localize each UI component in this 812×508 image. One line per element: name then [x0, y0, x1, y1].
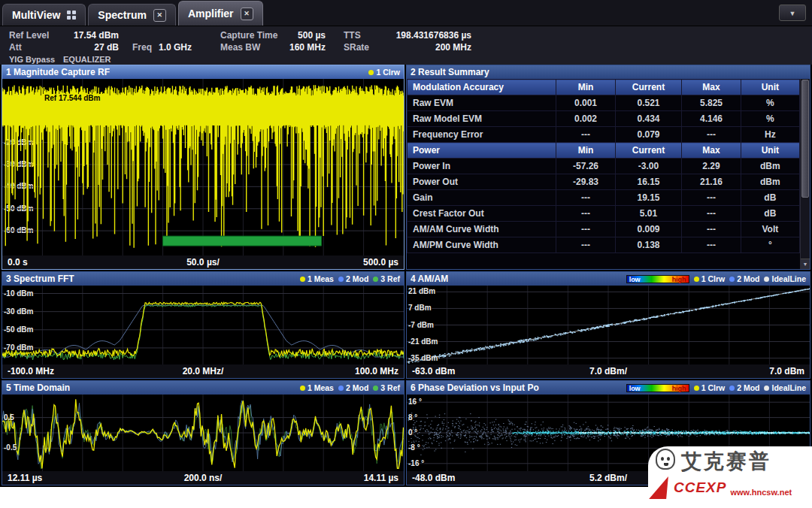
- spectrum-plot[interactable]: -10 dBm-30 dBm-50 dBm-70 dBm: [2, 286, 404, 364]
- table-cell: 5.01: [615, 206, 682, 222]
- legend-item[interactable]: 1 Clrw: [694, 274, 726, 283]
- window-title-bar[interactable]: 6 Phase Deviation vs Input Po lowhigh1 C…: [407, 381, 810, 395]
- windows-grid: 1 Magnitude Capture RF 1 Clrw Ref 17.544…: [0, 65, 812, 487]
- y-axis-label: 21 dBm: [408, 287, 435, 295]
- level-gradient-legend: lowhigh: [626, 275, 689, 283]
- table-cell: 0.079: [615, 127, 682, 143]
- ccexp-logo-icon: [649, 476, 674, 499]
- close-tab-icon[interactable]: ✕: [153, 9, 166, 22]
- time-domain-plot[interactable]: 0.5-0.5: [2, 395, 404, 471]
- legend-item[interactable]: IdealLine: [764, 383, 806, 392]
- y-axis-label: -21 dBm: [408, 337, 438, 346]
- legend-item[interactable]: IdealLine: [764, 274, 806, 283]
- y-axis-label: 8 °: [408, 413, 417, 422]
- legend-item[interactable]: 1 Clrw: [368, 68, 400, 77]
- meas-bw-value[interactable]: 160 MHz: [282, 42, 326, 53]
- legend-item[interactable]: 3 Ref: [373, 383, 400, 392]
- table-cell: %: [741, 95, 799, 111]
- window-title-bar[interactable]: 1 Magnitude Capture RF 1 Clrw: [2, 65, 404, 79]
- tab-amplifier[interactable]: Amplifier ✕: [178, 1, 263, 26]
- tab-multiview-label: MultiView: [12, 9, 60, 21]
- table-header-cell: Max: [682, 80, 741, 95]
- table-row[interactable]: Power Out-29.8316.1521.16dBm: [408, 174, 800, 190]
- settings-bar: Ref Level 17.54 dBm Att 27 dB Freq 1.0 G…: [0, 26, 812, 65]
- x-axis-bar: 12.11 µs 200.0 ns/ 14.11 µs: [2, 471, 404, 485]
- table-row[interactable]: Frequency Error---0.079---Hz: [408, 127, 800, 143]
- legend-item[interactable]: 2 Mod: [729, 274, 759, 283]
- table-row[interactable]: Raw EVM0.0010.5215.825%: [408, 95, 800, 111]
- table-cell: 0.138: [615, 237, 682, 253]
- x-axis-scale: 5.2 dBm/: [589, 473, 627, 483]
- table-cell: ---: [682, 222, 741, 237]
- trace-legend: lowhigh1 Clrw2 ModIdealLine: [626, 383, 806, 392]
- freq-value[interactable]: 1.0 GHz: [159, 42, 192, 53]
- tab-menu-button[interactable]: ▼: [779, 5, 806, 21]
- x-axis-bar: -63.0 dBm 7.0 dBm/ 7.0 dBm: [407, 364, 810, 378]
- table-cell: dB: [741, 190, 799, 206]
- window-magnitude-capture[interactable]: 1 Magnitude Capture RF 1 Clrw Ref 17.544…: [2, 65, 404, 270]
- legend-item[interactable]: 1 Meas: [300, 274, 334, 283]
- legend-item[interactable]: 2 Mod: [338, 383, 368, 392]
- table-header-row: PowerMinCurrentMaxUnit: [408, 143, 800, 159]
- table-scrollbar[interactable]: ▼: [800, 79, 810, 269]
- tab-amplifier-label: Amplifier: [188, 8, 234, 20]
- time-domain-trace-canvas: [2, 395, 404, 471]
- table-cell: 21.16: [682, 174, 741, 190]
- watermark-url: www.hncsw.net: [730, 488, 792, 499]
- table-cell: 19.15: [615, 190, 682, 206]
- scrollbar-thumb[interactable]: [801, 80, 809, 198]
- legend-item[interactable]: 1 Meas: [300, 383, 334, 392]
- tts-value[interactable]: 198.431676836 µs: [375, 30, 471, 41]
- att-value[interactable]: 27 dB: [50, 42, 119, 53]
- x-axis-end: 14.11 µs: [364, 473, 398, 483]
- y-axis-label: 0 °: [408, 428, 417, 437]
- window-title-bar[interactable]: 2 Result Summary: [407, 65, 810, 79]
- table-row[interactable]: Power In-57.26-3.002.29dBm: [408, 159, 800, 174]
- window-time-domain[interactable]: 5 Time Domain 1 Meas2 Mod3 Ref 0.5-0.5 1…: [2, 380, 404, 485]
- window-title-bar[interactable]: 3 Spectrum FFT 1 Meas2 Mod3 Ref: [2, 272, 404, 286]
- legend-item[interactable]: 3 Ref: [373, 274, 400, 283]
- yig-bypass-label[interactable]: YIG Bypass: [9, 54, 55, 65]
- table-cell: -29.83: [556, 174, 615, 190]
- table-row[interactable]: Raw Model EVM0.0020.4344.146%: [408, 111, 800, 127]
- y-axis-label: -0.5: [4, 443, 17, 452]
- x-axis-bar: 0.0 s 50.0 µs/ 500.0 µs: [2, 256, 404, 269]
- equalizer-label[interactable]: EQUALIZER: [63, 54, 111, 65]
- tab-spectrum[interactable]: Spectrum ✕: [88, 4, 176, 26]
- trace-color-dot: [300, 277, 305, 282]
- legend-item[interactable]: 2 Mod: [729, 383, 759, 392]
- x-axis-start: 0.0 s: [8, 257, 28, 268]
- close-tab-icon[interactable]: ✕: [241, 8, 253, 20]
- capture-time-value[interactable]: 500 µs: [282, 30, 326, 41]
- window-result-summary[interactable]: 2 Result Summary Modulation AccuracyMinC…: [406, 65, 810, 270]
- table-cell: ---: [556, 206, 615, 222]
- window-am-am[interactable]: 4 AM/AM lowhigh1 Clrw2 ModIdealLine 21 d…: [406, 271, 810, 379]
- legend-item[interactable]: 2 Mod: [338, 274, 368, 283]
- table-row[interactable]: AM/AM Curve Width---0.009---Volt: [408, 222, 800, 237]
- magnitude-plot[interactable]: Ref 17.544 dBm 0 dBm-10 dBm-20 dBm-30 dB…: [2, 79, 404, 256]
- window-title-bar[interactable]: 4 AM/AM lowhigh1 Clrw2 ModIdealLine: [407, 272, 810, 286]
- table-cell: Crest Factor Out: [408, 206, 556, 222]
- window-spectrum-fft[interactable]: 3 Spectrum FFT 1 Meas2 Mod3 Ref -10 dBm-…: [2, 271, 404, 379]
- am-am-trace-canvas: [407, 286, 810, 364]
- table-row[interactable]: Gain---19.15---dB: [408, 190, 800, 206]
- legend-item[interactable]: 1 Clrw: [694, 383, 726, 392]
- srate-value[interactable]: 200 MHz: [375, 42, 471, 53]
- tab-multiview[interactable]: MultiView: [2, 4, 86, 26]
- window-title-bar[interactable]: 5 Time Domain 1 Meas2 Mod3 Ref: [2, 381, 404, 395]
- table-row[interactable]: AM/PM Curve Width---0.138---°: [408, 237, 800, 253]
- y-axis-label: -35 dBm: [408, 354, 438, 362]
- table-cell: ---: [682, 127, 741, 143]
- trace-color-dot: [300, 386, 305, 391]
- trace-color-dot: [729, 386, 735, 391]
- table-cell: ---: [682, 237, 741, 253]
- table-row[interactable]: Crest Factor Out---5.01---dB: [408, 206, 800, 222]
- table-header-cell: Unit: [741, 143, 799, 159]
- ref-level-value[interactable]: 17.54 dBm: [50, 30, 119, 41]
- table-cell: Raw EVM: [408, 95, 556, 111]
- table-cell: Gain: [408, 190, 556, 206]
- scroll-down-icon[interactable]: ▼: [801, 259, 810, 269]
- am-am-plot[interactable]: 21 dBm7 dBm-7 dBm-21 dBm-35 dBm: [407, 286, 810, 364]
- result-summary-container: Modulation AccuracyMinCurrentMaxUnitRaw …: [407, 79, 810, 269]
- table-cell: 5.825: [682, 95, 741, 111]
